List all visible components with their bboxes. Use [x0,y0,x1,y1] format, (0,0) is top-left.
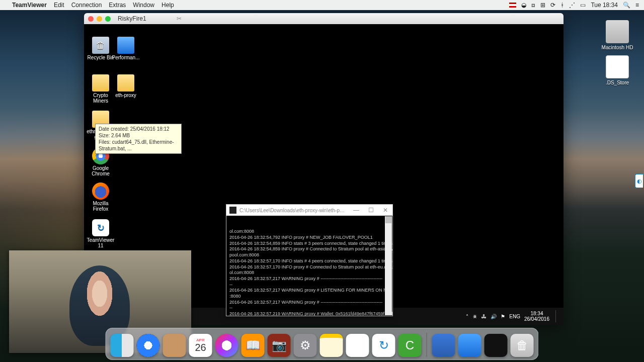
menu-connection[interactable]: Connection [71,2,102,9]
tv-title: RiskyFire1 [118,15,146,22]
sync-icon[interactable]: ⟳ [550,2,555,9]
dock-trash[interactable]: 🗑 [511,334,534,357]
menubar-status: ◒ ⧈ ⊞ ⟳ ᚼ ⋰ ▭ Tue 18:34 🔍 ≡ [509,2,639,9]
icon-label: Performan... [112,55,140,60]
bluetooth-icon[interactable]: ᚼ [560,2,564,9]
scrollbar-thumb[interactable] [385,216,391,223]
tooltip: Date created: 25/04/2016 18:12 Size: 2.6… [95,124,182,154]
dock-contacts[interactable] [163,334,186,357]
minimize-icon[interactable] [97,16,102,22]
tray-chevron-icon[interactable]: ˄ [466,314,468,319]
tooltip-line: Size: 2.64 MB [99,132,178,139]
desktop-icon-label: Macintosh HD [600,45,635,50]
spotlight-icon[interactable]: 🔍 [623,2,630,9]
dock-photos[interactable]: ✿ [346,334,369,357]
desktop-icon-crypto[interactable]: Crypto Miners [87,74,115,104]
desktop-icon-firefox[interactable]: Mozilla Firefox [87,183,115,212]
tv-titlebar[interactable]: RiskyFire1 ✂ [84,13,564,24]
maximize-icon[interactable] [105,16,111,22]
mac-menubar: TeamViewer Edit Connection Extras Window… [0,0,644,10]
dock-system-preferences[interactable]: ⚙ [294,334,317,357]
menubar-app-name[interactable]: TeamViewer [12,2,47,9]
dock-itunes[interactable] [215,334,238,357]
notifications-button[interactable] [555,310,560,322]
perf-icon [117,37,134,54]
clock-text[interactable]: Tue 18:34 [591,2,618,9]
tv11-icon: ↻ [92,219,109,236]
tray-network-icon[interactable]: 🖧 [481,314,487,319]
menu-help[interactable]: Help [162,2,174,9]
cmd-titlebar[interactable]: C:\Users\Lee\Downloads\eth-proxy-win\eth… [226,205,392,216]
dropbox-icon[interactable]: ⧈ [531,2,535,9]
cmd-window[interactable]: C:\Users\Lee\Downloads\eth-proxy-win\eth… [226,204,393,316]
dock-ibooks[interactable]: 📖 [242,334,265,357]
minimize-button[interactable]: — [352,207,361,214]
ethproxy-icon [117,74,134,92]
crypto-icon [92,74,109,92]
tray-flag-icon[interactable]: ⚑ [501,314,505,319]
taskbar-clock[interactable]: 18:34 26/04/2016 [524,311,551,322]
menu-extras[interactable]: Extras [109,2,126,9]
dock-photobooth[interactable]: 📷 [268,334,291,357]
desktop-macintosh-hd[interactable]: Macintosh HD [600,20,635,50]
desktop-icon-recycle[interactable]: 🗑Recycle Bin [87,37,115,60]
dock-app[interactable] [485,334,508,357]
desktop-icon-tv11[interactable]: ↻TeamViewer 11 [87,219,115,248]
dock-notes[interactable] [320,334,343,357]
tray-people-icon[interactable]: ⛯ [472,314,477,319]
dock-document[interactable] [432,334,455,357]
icon-label: Recycle Bin [87,55,115,60]
icon-label: Google Chrome [87,165,115,176]
dock-calendar[interactable]: APR 26 [189,334,212,357]
scrollbar[interactable] [385,216,392,315]
scissors-icon[interactable]: ✂ [177,15,182,22]
shield-icon[interactable]: ◒ [521,2,526,9]
icon-label: Mozilla Firefox [87,201,115,212]
tray-lang[interactable]: ENG [509,314,520,319]
menu-window[interactable]: Window [133,2,154,9]
toggle-icon[interactable]: ⊞ [540,2,545,9]
dock-separator [427,333,427,357]
icon-label: eth-proxy [112,93,140,98]
mac-dock: APR 26 📖 📷 ⚙ ✿ ↻ C 🗑 [106,328,539,360]
icon-label: TeamViewer 11 [87,237,115,248]
tv-side-panel-toggle[interactable]: ◐ [635,174,643,188]
desktop-icon-perf[interactable]: Performan... [112,37,140,60]
tooltip-line: Files: cudart64_75.dll, Ethermine-Stratu… [99,139,178,152]
menu-edit[interactable]: Edit [54,2,64,9]
cmd-title-text: C:\Users\Lee\Downloads\eth-proxy-win\eth… [239,208,345,213]
wifi-icon[interactable]: ⋰ [569,2,575,9]
system-tray: ˄ ⛯ 🖧 🔊 ⚑ ENG 18:34 26/04/2016 [466,310,560,322]
menu-icon[interactable]: ≡ [635,2,639,9]
battery-icon[interactable]: ▭ [580,2,586,9]
cmd-body[interactable]: ol.com:8008 2016-04-26 18:32:54,792 INFO… [226,216,392,316]
cmd-icon [229,207,236,214]
dock-teamviewer[interactable]: ↻ [372,334,395,357]
tray-volume-icon[interactable]: 🔊 [491,314,497,319]
firefox-icon [92,183,109,200]
dock-finder[interactable] [111,334,134,357]
close-button[interactable]: ✕ [381,207,389,214]
dock-app[interactable] [458,334,481,357]
recycle-icon: 🗑 [92,37,109,54]
desktop-icon-ethproxy[interactable]: eth-proxy [112,74,140,98]
flag-icon[interactable] [509,3,516,8]
maximize-button[interactable]: ☐ [367,207,375,214]
dock-safari[interactable] [137,334,160,357]
desktop-icon-label: .DS_Store [600,80,635,85]
desktop-dsstore[interactable]: .DS_Store [600,55,635,85]
tooltip-line: Date created: 25/04/2016 18:12 [99,126,178,132]
close-icon[interactable] [88,16,94,22]
dock-camtasia[interactable]: C [398,334,422,357]
icon-label: Crypto Miners [87,93,115,104]
